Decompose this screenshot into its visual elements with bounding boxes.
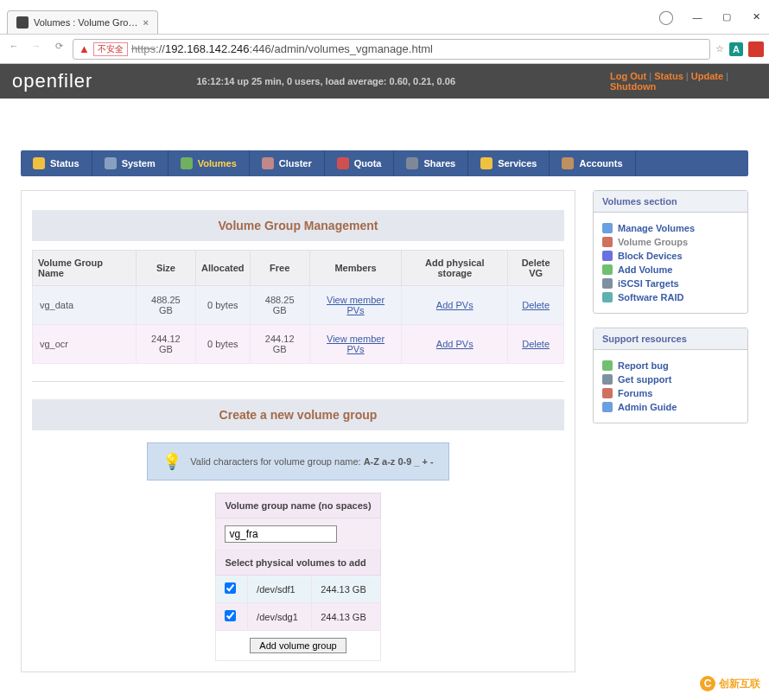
sidebar-item-volume-groups[interactable]: Volume Groups bbox=[618, 237, 688, 247]
section-create-vg-title: Create a new volume group bbox=[32, 399, 564, 430]
shutdown-link[interactable]: Shutdown bbox=[610, 81, 656, 92]
back-icon[interactable]: ← bbox=[5, 41, 22, 58]
logo: openfiler bbox=[12, 70, 92, 92]
extension-red-icon[interactable] bbox=[748, 41, 764, 57]
block-devices-icon bbox=[602, 251, 613, 261]
tab-quota[interactable]: Quota bbox=[325, 150, 395, 176]
sidebar-support-header: Support resources bbox=[594, 328, 747, 350]
vg-name-label: Volume group name (no spaces) bbox=[216, 493, 380, 519]
star-icon[interactable]: ☆ bbox=[715, 43, 724, 54]
status-link[interactable]: Status bbox=[654, 71, 683, 81]
tab-title: Volumes : Volume Gro… bbox=[34, 17, 137, 28]
th-alloc: Allocated bbox=[196, 251, 251, 286]
app-header: openfiler 16:12:14 up 25 min, 0 users, l… bbox=[0, 64, 769, 99]
manage-volumes-icon bbox=[602, 223, 613, 233]
accounts-icon bbox=[562, 157, 574, 169]
pv-select-label: Select physical volumes to add bbox=[216, 550, 380, 576]
address-row: ← → ⟳ ▲ 不安全 https://192.168.142.246:446/… bbox=[0, 35, 769, 64]
sidebar-volumes: Volumes section Manage Volumes Volume Gr… bbox=[593, 190, 748, 314]
sidebar-item-iscsi-targets[interactable]: iSCSI Targets bbox=[618, 278, 679, 289]
extension-a-icon[interactable]: A bbox=[729, 42, 743, 56]
add-pvs-link[interactable]: Add PVs bbox=[436, 339, 473, 349]
uptime-text: 16:12:14 up 25 min, 0 users, load averag… bbox=[196, 76, 455, 86]
guide-icon bbox=[602, 402, 613, 412]
quota-icon bbox=[337, 157, 349, 169]
tab-status[interactable]: Status bbox=[21, 150, 92, 176]
sidebar-item-add-volume[interactable]: Add Volume bbox=[618, 264, 672, 275]
tab-system[interactable]: System bbox=[92, 150, 168, 176]
view-members-link[interactable]: View member PVs bbox=[327, 295, 384, 315]
header-links: Log Out | Status | Update | Shutdown bbox=[610, 71, 757, 92]
table-row: vg_data 488.25 GB 0 bytes 488.25 GB View… bbox=[33, 286, 564, 325]
tab-volumes[interactable]: Volumes bbox=[168, 150, 250, 176]
url-text: https://192.168.142.246:446/admin/volume… bbox=[131, 42, 433, 55]
pv-row: /dev/sdg1 244.13 GB bbox=[216, 603, 380, 631]
volumes-icon bbox=[181, 157, 193, 169]
add-volume-icon bbox=[602, 264, 613, 275]
th-del: Delete VG bbox=[508, 251, 564, 286]
update-link[interactable]: Update bbox=[691, 71, 723, 81]
table-row: vg_ocr 244.12 GB 0 bytes 244.12 GB View … bbox=[33, 325, 564, 364]
shares-icon bbox=[406, 157, 418, 169]
raid-icon bbox=[602, 292, 613, 302]
th-free: Free bbox=[250, 251, 309, 286]
insecure-icon: ▲ bbox=[79, 42, 90, 55]
view-members-link[interactable]: View member PVs bbox=[327, 334, 384, 354]
th-size: Size bbox=[136, 251, 195, 286]
th-members: Members bbox=[309, 251, 401, 286]
forums-icon bbox=[602, 388, 613, 398]
close-icon[interactable]: × bbox=[143, 17, 148, 28]
th-name: Volume Group Name bbox=[33, 251, 137, 286]
create-vg-form: Volume group name (no spaces) Select phy… bbox=[215, 493, 380, 661]
sidebar-support: Support resources Report bug Get support… bbox=[593, 328, 748, 423]
add-pvs-link[interactable]: Add PVs bbox=[436, 300, 473, 310]
forward-icon: → bbox=[28, 41, 45, 58]
sidebar-item-get-support[interactable]: Get support bbox=[618, 374, 671, 385]
sidebar-item-software-raid[interactable]: Software RAID bbox=[618, 292, 683, 302]
user-icon[interactable]: ◯ bbox=[658, 9, 674, 25]
services-icon bbox=[480, 157, 493, 169]
sidebar-item-forums[interactable]: Forums bbox=[618, 388, 652, 398]
watermark: C创新互联 bbox=[700, 676, 760, 683]
insecure-label: 不安全 bbox=[93, 42, 128, 56]
delete-vg-link[interactable]: Delete bbox=[522, 300, 550, 310]
lightbulb-icon: 💡 bbox=[162, 452, 181, 471]
sidebar-item-block-devices[interactable]: Block Devices bbox=[618, 251, 683, 261]
logout-link[interactable]: Log Out bbox=[610, 71, 646, 81]
window-minimize[interactable]: — bbox=[691, 12, 703, 22]
tab-shares[interactable]: Shares bbox=[394, 150, 468, 176]
iscsi-icon bbox=[602, 278, 613, 289]
tab-cluster[interactable]: Cluster bbox=[250, 150, 325, 176]
main-content: Volume Group Management Volume Group Nam… bbox=[21, 190, 575, 672]
cluster-icon bbox=[262, 157, 274, 169]
divider bbox=[32, 381, 564, 382]
browser-tab[interactable]: Volumes : Volume Gro… × bbox=[7, 10, 158, 34]
delete-vg-link[interactable]: Delete bbox=[522, 339, 550, 349]
tab-services[interactable]: Services bbox=[468, 150, 550, 176]
browser-titlebar: Volumes : Volume Gro… × ◯ — ▢ ✕ bbox=[0, 0, 769, 35]
system-icon bbox=[105, 157, 117, 169]
sidebar-item-admin-guide[interactable]: Admin Guide bbox=[618, 402, 677, 412]
sidebar-item-report-bug[interactable]: Report bug bbox=[618, 360, 669, 371]
sidebar-volumes-header: Volumes section bbox=[594, 191, 747, 213]
section-vg-mgmt-title: Volume Group Management bbox=[32, 210, 564, 241]
add-vg-button[interactable]: Add volume group bbox=[250, 638, 346, 653]
hint-box: 💡 Valid characters for volume group name… bbox=[147, 442, 449, 480]
th-add: Add physical storage bbox=[402, 251, 508, 286]
sidebar-item-manage-volumes[interactable]: Manage Volumes bbox=[618, 223, 695, 233]
volume-groups-icon bbox=[602, 237, 613, 247]
vg-table: Volume Group Name Size Allocated Free Me… bbox=[32, 250, 564, 364]
window-maximize[interactable]: ▢ bbox=[721, 11, 733, 22]
pv-checkbox[interactable] bbox=[225, 610, 236, 621]
main-tabs: Status System Volumes Cluster Quota Shar… bbox=[21, 150, 748, 176]
reload-icon[interactable]: ⟳ bbox=[50, 41, 67, 58]
tab-favicon bbox=[16, 16, 29, 29]
vg-name-input[interactable] bbox=[225, 525, 337, 543]
bug-icon bbox=[602, 360, 613, 371]
window-close[interactable]: ✕ bbox=[750, 11, 762, 22]
pv-checkbox[interactable] bbox=[225, 582, 236, 594]
support-icon bbox=[602, 374, 613, 385]
pv-row: /dev/sdf1 244.13 GB bbox=[216, 576, 380, 603]
address-bar[interactable]: ▲ 不安全 https://192.168.142.246:446/admin/… bbox=[73, 39, 710, 60]
tab-accounts[interactable]: Accounts bbox=[550, 150, 635, 176]
